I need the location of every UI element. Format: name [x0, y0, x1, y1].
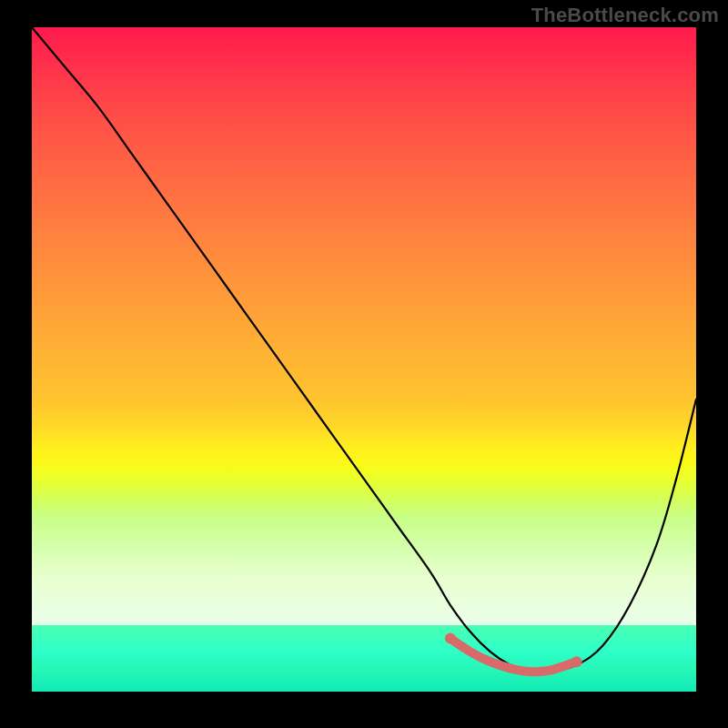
optimal-range-start-dot	[445, 633, 456, 644]
curve-svg	[32, 27, 696, 692]
optimal-range-marker	[450, 639, 577, 672]
watermark-text: TheBottleneck.com	[531, 4, 719, 27]
bottleneck-curve	[32, 27, 696, 672]
chart-wrapper: TheBottleneck.com	[0, 0, 728, 728]
optimal-range-end-dot	[571, 656, 582, 667]
plot-area	[32, 27, 696, 692]
